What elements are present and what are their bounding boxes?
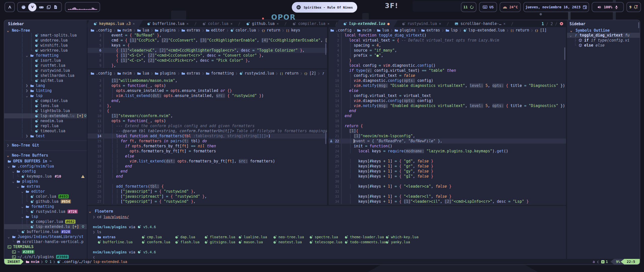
code-line[interactable]: 33 │ keys[#keys + 1] = { "<leader>cl", f… <box>329 194 566 199</box>
tree-item-isort-lua[interactable]: │ │ isort.lua <box>4 58 87 63</box>
code-line[interactable]: 8 { [1]"<C-c>", [2]"<cmd>CccPick<cr>", d… <box>88 58 327 63</box>
app-gamepad[interactable] <box>39 5 44 10</box>
code-line[interactable]: 6 │ vim.list_extend(dst: opts.ensure_ins… <box>88 93 327 98</box>
tree-item-color-lua[interactable]: │ │ color.lua#493 <box>4 194 87 199</box>
tree-item-bufferline-lua[interactable]: └ bufferline.lua#328 <box>4 229 87 234</box>
tab-color.lua[interactable]: color.lua× <box>196 20 239 27</box>
tree-item-scrollbar-handle-vertical-p[interactable]: └ scrollbar-handle-vertical.p <box>4 239 87 244</box>
tab-keymaps.lua[interactable]: keymaps.lua⚠3× <box>87 20 141 27</box>
code-line[interactable]: 8}, <box>88 103 327 108</box>
code-line[interactable]: 21 │ │ end <box>88 169 327 174</box>
code-line[interactable]: 16 │ │ if opts.formatters_by_ft[ft] == n… <box>88 144 327 149</box>
code-line[interactable]: 10 │ vim.diagnostic.config(opts: config) <box>329 78 566 83</box>
code-line[interactable]: 6 { [1]"<leader>uC", [2]"<cmd>CccHighlig… <box>88 48 327 53</box>
tab-lsp-extended.lua[interactable]: lsp-extended.lua ● <box>337 20 396 27</box>
tab-close-icon[interactable]: × <box>503 22 505 26</box>
app-firefox[interactable] <box>21 5 26 10</box>
tree-item-lang[interactable]: │ ❯ lang <box>4 83 87 88</box>
code-line[interactable]: 22 │ end <box>88 174 327 179</box>
tree-item-formatting[interactable]: ⌄ formatting <box>4 204 87 209</box>
tree-item-rustywind-lua[interactable]: │ └ rustywind.lua#726 <box>4 209 87 214</box>
tree-item-formatting[interactable]: │ ⌄ formatting <box>4 53 87 58</box>
code-line[interactable]: 28 │ keys[#keys + 1] = { "gy", false } <box>329 169 566 174</box>
code-line[interactable]: 23 <box>88 179 327 184</box>
code-line[interactable]: 13 │ config.virtual_text = virtual_text <box>329 93 566 98</box>
code-line[interactable]: 26 │ │ ["javascriptreact"] = { "rustywin… <box>88 194 327 199</box>
editor-lsp-extended-lua[interactable]: 1local function toggle_diag_virtext()2 l… <box>329 33 566 204</box>
scrollbar-sidebar-right[interactable] <box>638 22 639 28</box>
code-line[interactable]: 26 │ keys[#keys + 1] = { "gd", false } <box>329 159 566 164</box>
widget-updates[interactable]: 11 <box>461 2 476 12</box>
tree-item-sqlfmt-lua[interactable]: │ └ sqlfmt.lua <box>4 78 87 83</box>
code-line[interactable]: 12 │ --- Extend the conform plugin confi… <box>88 123 327 128</box>
code-line[interactable]: 15 │ │ for ft, formatters in pairs(t: tb… <box>88 139 327 144</box>
editor-color-lua[interactable]: 3 event = { "BufRead" },4 cmd = { [1]"Cc… <box>88 33 327 68</box>
tree-item-github-lua[interactable]: │ └ github.lua#654 <box>4 199 87 204</box>
code-line[interactable]: 25 │ │ ["javascript"] = { "rustywind" }, <box>88 189 327 194</box>
section-symbols-outline[interactable]: ⌄Symbols Outline <box>567 28 640 33</box>
tab-close-icon[interactable]: × <box>133 22 135 26</box>
app-document[interactable] <box>53 5 58 9</box>
tree-item-editor[interactable]: ⌄ editor <box>4 189 87 194</box>
code-line[interactable]: 18 <box>329 118 566 123</box>
section-neo-tree[interactable]: ⌄Neo-Tree <box>5 28 86 33</box>
code-line[interactable]: 14 │ vim.diagnostic.config(opts: config) <box>329 98 566 103</box>
tab-compiler.lua[interactable]: compiler.lua× <box>286 20 336 27</box>
tree-item--c-n-l-plugins[interactable]: ~/.c/n/l/plugins#3980 <box>4 254 87 259</box>
code-line[interactable]: 18 │ │ else <box>88 154 327 159</box>
tree-item-config[interactable]: ⌄ config <box>4 169 87 174</box>
code-line[interactable]: 31 │ keys[#keys + 1] = { "<leader>ca", f… <box>329 184 566 189</box>
section-neo-tree-git[interactable]: ❯Neo-Tree Git <box>5 143 86 148</box>
code-line[interactable]: 13 │ ---@param tbl table<string, conform… <box>88 128 327 133</box>
code-line[interactable]: 4 cmd = { [1]"CccPick", [2]"CccConvert",… <box>88 38 327 43</box>
widget-notifications[interactable]: 9 <box>626 2 641 12</box>
code-line[interactable]: 9{ <box>88 108 327 113</box>
tree-item-Juegos-Indies-SteamLibrary-st[interactable]: ⌄ Juegos/Indies/SteamLibrary/st <box>4 234 87 239</box>
code-line[interactable]: 15 │ vim.notify(msg: "Enabled diagnostic… <box>329 103 566 108</box>
code-line[interactable]: 23 │ init = function() <box>329 144 566 149</box>
symbol-else[interactable]: └ else else <box>567 43 640 48</box>
tree-item-lsp-extended-[interactable]: │ │ lsp-extended.lu [+] <box>4 113 87 118</box>
launcher-button[interactable] <box>5 2 15 12</box>
tree-item-lsp[interactable]: │ ⌄ lsp <box>4 93 87 98</box>
tabpage-1[interactable]: 1 <box>539 21 547 26</box>
code-line[interactable]: 20 [1]{ <box>329 128 566 133</box>
tab-close-icon[interactable]: × <box>439 22 441 26</box>
code-line[interactable]: 22 │ event = { "BufReadPre", "BufNewFile… <box>329 139 566 144</box>
code-line[interactable]: 21 │ [1]"neovim/nvim-lspconfig", <box>329 133 566 139</box>
tree-item-timeout-lua[interactable]: │ └ timeout.lua <box>4 128 87 133</box>
scrollbar-pane-b[interactable] <box>325 131 326 144</box>
tab-rustywind.lua[interactable]: rustywind.lua× <box>396 20 447 27</box>
code-line[interactable]: 7 end, <box>88 98 327 103</box>
tree-item-lsp[interactable]: ⌄ lsp <box>4 214 87 219</box>
tab-bufferline.lua[interactable]: bufferline.lua× <box>141 20 195 27</box>
widget-kbd-layout[interactable]: US <box>479 2 497 12</box>
code-line[interactable]: 5 │ opts.ensure_installed = opts.ensure_… <box>88 88 327 93</box>
code-line[interactable]: 12 else <box>329 88 566 93</box>
code-line[interactable]: 20 │ │ end <box>88 164 327 169</box>
code-line[interactable]: 7 local config = vim.diagnostic.config() <box>329 63 566 68</box>
code-line[interactable]: 11 opts = function(_, opts) <box>88 118 327 123</box>
tree-item-linting[interactable]: │ ❯ linting <box>4 88 87 93</box>
tree-item-repl-lua[interactable]: │ │ repl.lua <box>4 123 87 128</box>
app-dock[interactable]: V <box>17 2 62 12</box>
widget-weather[interactable]: 24°C <box>500 2 521 12</box>
code-line[interactable]: 5 keys = { <box>88 43 327 48</box>
tree-item-undotree-lua[interactable]: │ │ undotree.lua <box>4 38 87 43</box>
tree-item-extras[interactable]: ⌄ extras <box>4 184 87 189</box>
tab-close-icon[interactable]: × <box>328 22 330 26</box>
code-line[interactable]: 7 { [1]"<S-C>", [2]"<cmd>CccConvert<cr>"… <box>88 53 327 58</box>
tabpage-2[interactable]: 2 <box>548 21 555 26</box>
code-line[interactable]: 11 │ vim.notify(msg: "Disable diagnostic… <box>329 83 566 88</box>
now-playing[interactable]: Spiritbox - Rule Of Nines <box>292 2 357 13</box>
code-line[interactable]: 27 │ │ ["typescript"] = { "rustywind" }, <box>88 199 327 204</box>
scrollbar-pane-a[interactable] <box>325 43 326 55</box>
code-line[interactable]: 14 │ local function add_formatters(tbl :… <box>88 133 327 139</box>
symbol-if[interactable]: ├ if if type(config.vi <box>567 38 640 43</box>
code-line[interactable]: 9 }, <box>88 63 327 68</box>
tree-item-worktree-lua[interactable]: │ └ worktree.lua <box>4 48 87 53</box>
tree-item-shellharden-lua[interactable]: │ │ shellharden.lua <box>4 73 87 78</box>
editor-rustywind-lua[interactable]: 3 [1]"williamboman/mason.nvim",4 opts = … <box>88 78 327 204</box>
close-all-icon[interactable] <box>557 22 566 26</box>
code-line[interactable]: 2 local virtual_text = { -- Default virt… <box>329 38 566 43</box>
